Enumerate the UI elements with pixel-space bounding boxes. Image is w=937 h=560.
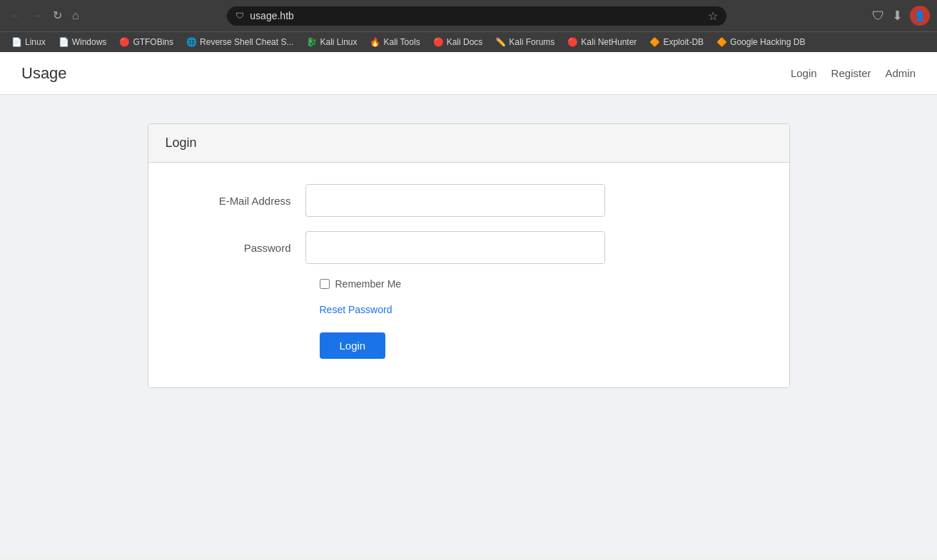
nav-admin-link[interactable]: Admin — [885, 67, 916, 79]
bookmark-linux[interactable]: 📄 Linux — [6, 35, 51, 49]
browser-chrome: ← → ↻ ⌂ 🛡 ☆ 🛡 ⬇ 👤 📄 Linux 📄 Windows 🔴 GT… — [0, 0, 937, 52]
bookmark-kali-tools-label: Kali Tools — [383, 37, 420, 47]
bookmark-kali-nethunter[interactable]: 🔴 Kali NetHunter — [562, 35, 642, 49]
bookmark-kali-linux-label: Kali Linux — [320, 37, 357, 47]
address-bar-input[interactable] — [250, 10, 702, 21]
bookmark-reverse-shell-label: Reverse Shell Cheat S... — [200, 37, 293, 47]
firefox-shield-button[interactable]: 🛡 — [872, 9, 885, 24]
back-button[interactable]: ← — [7, 9, 24, 23]
bookmark-reverse-shell[interactable]: 🌐 Reverse Shell Cheat S... — [181, 35, 299, 49]
bookmark-kali-linux[interactable]: 🐉 Kali Linux — [300, 35, 363, 49]
page-content: Usage Login Register Admin Login E-Mail … — [0, 52, 937, 555]
top-nav: Usage Login Register Admin — [0, 52, 937, 95]
email-input[interactable] — [305, 184, 605, 217]
password-label: Password — [177, 242, 305, 254]
gtfobins-icon: 🔴 — [119, 37, 130, 47]
home-button[interactable]: ⌂ — [69, 9, 82, 23]
browser-toolbar: ← → ↻ ⌂ 🛡 ☆ 🛡 ⬇ 👤 — [0, 0, 937, 31]
bookmark-kali-docs[interactable]: 🔴 Kali Docs — [427, 35, 489, 49]
bookmark-gtfobins-label: GTFOBins — [133, 37, 173, 47]
login-button[interactable]: Login — [320, 332, 386, 359]
bookmark-linux-label: Linux — [25, 37, 46, 47]
bookmark-gtfobins[interactable]: 🔴 GTFOBins — [113, 35, 179, 49]
login-wrapper: Login E-Mail Address Password Remember M… — [0, 95, 937, 417]
remember-me-checkbox[interactable] — [320, 279, 330, 289]
bookmark-windows-label: Windows — [72, 37, 107, 47]
google-hacking-icon: 🔶 — [716, 37, 727, 47]
lock-icon: 🛡 — [235, 11, 244, 21]
bookmark-exploit-db-label: Exploit-DB — [663, 37, 704, 47]
email-label: E-Mail Address — [177, 195, 305, 207]
bookmark-google-hacking[interactable]: 🔶 Google Hacking DB — [711, 35, 811, 49]
password-input[interactable] — [305, 231, 605, 264]
forward-button[interactable]: → — [29, 9, 46, 23]
kali-linux-icon: 🐉 — [306, 37, 317, 47]
bookmark-google-hacking-label: Google Hacking DB — [730, 37, 805, 47]
kali-tools-icon: 🔥 — [370, 37, 380, 47]
login-card: Login E-Mail Address Password Remember M… — [148, 123, 790, 388]
login-card-title: Login — [166, 136, 772, 151]
bookmark-kali-tools[interactable]: 🔥 Kali Tools — [364, 35, 425, 49]
kali-docs-icon: 🔴 — [433, 37, 444, 47]
email-form-group: E-Mail Address — [177, 184, 761, 217]
kali-nethunter-icon: 🔴 — [567, 37, 578, 47]
user-avatar[interactable]: 👤 — [910, 6, 930, 26]
login-card-body: E-Mail Address Password Remember Me Rese… — [148, 163, 789, 387]
extension-button[interactable]: ⬇ — [892, 8, 903, 24]
kali-forums-icon: ✏️ — [495, 37, 506, 47]
bookmark-kali-nethunter-label: Kali NetHunter — [581, 37, 637, 47]
reverse-shell-icon: 🌐 — [186, 37, 197, 47]
browser-actions: 🛡 ⬇ 👤 — [872, 6, 930, 26]
reload-button[interactable]: ↻ — [50, 9, 65, 23]
exploit-db-icon: 🔶 — [649, 37, 660, 47]
nav-login-link[interactable]: Login — [791, 67, 817, 79]
bookmark-kali-forums-label: Kali Forums — [509, 37, 554, 47]
bookmark-exploit-db[interactable]: 🔶 Exploit-DB — [644, 35, 709, 49]
linux-bookmark-icon: 📄 — [11, 37, 22, 47]
address-bar-container: 🛡 ☆ — [227, 6, 726, 26]
bookmark-kali-docs-label: Kali Docs — [447, 37, 483, 47]
login-card-header: Login — [148, 124, 789, 163]
password-form-group: Password — [177, 231, 761, 264]
nav-links: Login Register Admin — [791, 67, 916, 79]
login-btn-wrap: Login — [320, 332, 761, 359]
nav-register-link[interactable]: Register — [831, 67, 871, 79]
nav-buttons: ← → ↻ ⌂ — [7, 9, 82, 23]
remember-me-group: Remember Me — [320, 278, 761, 290]
bookmark-windows[interactable]: 📄 Windows — [53, 35, 113, 49]
bookmarks-bar: 📄 Linux 📄 Windows 🔴 GTFOBins 🌐 Reverse S… — [0, 31, 937, 52]
site-title: Usage — [21, 64, 67, 83]
windows-bookmark-icon: 📄 — [59, 37, 69, 47]
reset-password-link[interactable]: Reset Password — [320, 304, 761, 315]
bookmark-kali-forums[interactable]: ✏️ Kali Forums — [490, 35, 560, 49]
remember-me-label: Remember Me — [335, 278, 402, 290]
bookmark-star-icon[interactable]: ☆ — [708, 9, 718, 23]
